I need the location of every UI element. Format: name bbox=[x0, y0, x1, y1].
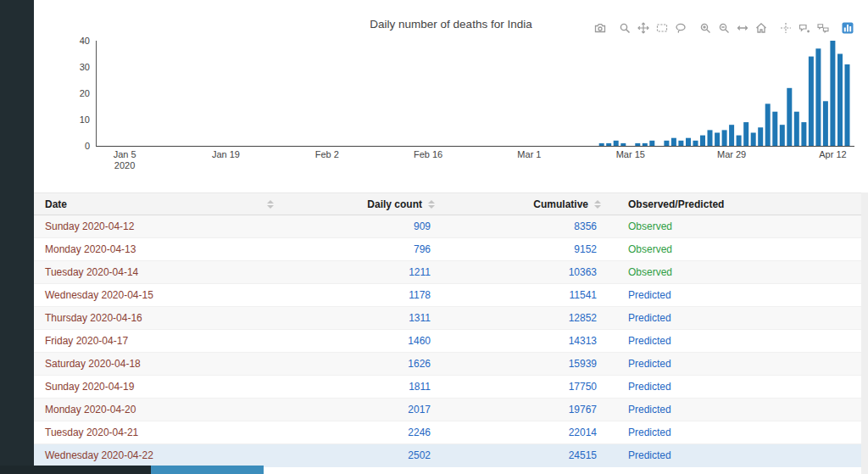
cell-cumulative: 12852 bbox=[441, 307, 607, 330]
header-cumulative-label: Cumulative bbox=[533, 198, 588, 210]
header-daily-count[interactable]: Daily count bbox=[280, 193, 441, 215]
box-select-icon[interactable] bbox=[654, 20, 669, 35]
hover-closest-icon[interactable] bbox=[797, 20, 811, 35]
table-row[interactable]: Friday 2020-04-17146014313Predicted bbox=[34, 330, 861, 353]
cell-daily-count: 2017 bbox=[280, 399, 441, 421]
zoom-out-icon[interactable] bbox=[716, 20, 731, 35]
cell-daily-count: 1460 bbox=[280, 330, 441, 353]
chart-bar bbox=[643, 143, 648, 146]
x-tick-label: Mar 15 bbox=[616, 149, 645, 159]
chart-bar bbox=[765, 103, 771, 146]
cell-daily-count: 2246 bbox=[280, 421, 441, 444]
table-row[interactable]: Monday 2020-04-20201719767Predicted bbox=[34, 399, 861, 421]
cell-cumulative: 22014 bbox=[441, 421, 607, 444]
cell-cumulative: 9152 bbox=[441, 238, 607, 261]
cell-date: Thursday 2020-04-16 bbox=[34, 307, 280, 330]
chart-bar bbox=[715, 133, 720, 147]
table-row[interactable]: Thursday 2020-04-16131112852Predicted bbox=[34, 307, 861, 330]
table-header-row: Date Daily count Cumulative Observed/Pre… bbox=[34, 193, 861, 215]
zoom-in-icon[interactable] bbox=[698, 20, 712, 35]
plotly-modebar bbox=[588, 20, 854, 35]
table-row[interactable]: Tuesday 2020-04-14121110363Observed bbox=[34, 261, 861, 284]
chart-bar bbox=[722, 130, 727, 146]
chart-bar bbox=[837, 54, 843, 147]
y-tick-label: 40 bbox=[80, 36, 90, 46]
chart-bar bbox=[686, 138, 691, 146]
chart-bar bbox=[823, 101, 828, 146]
chart-bar bbox=[809, 57, 814, 146]
cell-cumulative: 10363 bbox=[441, 261, 607, 284]
chart-bar bbox=[815, 48, 821, 146]
cell-date: Saturday 2020-04-18 bbox=[34, 353, 280, 376]
chart-bar bbox=[620, 143, 626, 146]
collapsed-sidebar bbox=[0, 0, 34, 474]
cell-cumulative: 11541 bbox=[441, 284, 607, 307]
cell-cumulative: 19767 bbox=[441, 399, 607, 421]
cell-date: Sunday 2020-04-12 bbox=[34, 215, 280, 238]
cell-date: Wednesday 2020-04-22 bbox=[34, 444, 280, 467]
autoscale-icon[interactable] bbox=[735, 20, 749, 35]
y-tick-label: 0 bbox=[85, 141, 90, 151]
header-observed-predicted-label: Observed/Predicted bbox=[628, 198, 724, 210]
cell-daily-count: 909 bbox=[280, 215, 441, 238]
table-row[interactable]: Wednesday 2020-04-22250224515Predicted bbox=[34, 444, 861, 467]
cell-status: Predicted bbox=[607, 421, 861, 444]
chart-bar bbox=[708, 130, 713, 146]
table-row[interactable]: Sunday 2020-04-19181117750Predicted bbox=[34, 376, 861, 399]
cell-date: Wednesday 2020-04-15 bbox=[34, 284, 280, 307]
chart-bar bbox=[606, 143, 611, 146]
chart-bar bbox=[664, 141, 669, 146]
camera-icon[interactable] bbox=[593, 20, 607, 35]
zoom-icon[interactable] bbox=[617, 20, 632, 35]
cell-status: Predicted bbox=[607, 399, 861, 421]
table-row[interactable]: Sunday 2020-04-129098356Observed bbox=[34, 215, 861, 238]
chart-bar bbox=[693, 141, 698, 146]
cell-date: Friday 2020-04-17 bbox=[34, 330, 280, 353]
plotly-logo-icon[interactable] bbox=[840, 20, 854, 35]
chart-bar bbox=[729, 125, 734, 146]
y-tick-label: 20 bbox=[80, 88, 90, 98]
chart-bar bbox=[801, 122, 806, 146]
cell-cumulative: 14313 bbox=[441, 330, 607, 353]
home-icon[interactable] bbox=[754, 20, 768, 35]
table-row[interactable]: Wednesday 2020-04-15117811541Predicted bbox=[34, 284, 861, 307]
spikelines-icon[interactable] bbox=[778, 20, 793, 35]
cell-status: Predicted bbox=[607, 307, 861, 330]
chart-bar bbox=[737, 136, 742, 146]
table-row[interactable]: Monday 2020-04-137969152Observed bbox=[34, 238, 861, 261]
cell-date: Sunday 2020-04-19 bbox=[34, 376, 280, 399]
cell-status: Predicted bbox=[607, 353, 861, 376]
chart-bar bbox=[758, 127, 763, 146]
header-date[interactable]: Date bbox=[34, 193, 280, 215]
header-observed-predicted[interactable]: Observed/Predicted bbox=[607, 193, 861, 215]
header-cumulative[interactable]: Cumulative bbox=[441, 193, 607, 215]
chart-bar bbox=[635, 143, 640, 146]
cell-daily-count: 1211 bbox=[280, 261, 441, 284]
chart-bar bbox=[794, 112, 799, 146]
cell-cumulative: 8356 bbox=[441, 215, 607, 238]
header-daily-count-label: Daily count bbox=[367, 198, 422, 210]
cell-status: Observed bbox=[607, 261, 861, 284]
cell-daily-count: 1626 bbox=[280, 353, 441, 376]
pan-icon[interactable] bbox=[636, 20, 650, 35]
cell-status: Predicted bbox=[607, 330, 861, 353]
cell-cumulative: 17750 bbox=[441, 376, 607, 399]
sort-icon bbox=[594, 200, 601, 209]
table-row[interactable]: Saturday 2020-04-18162615939Predicted bbox=[34, 353, 861, 376]
lasso-icon[interactable] bbox=[673, 20, 687, 35]
data-table: Date Daily count Cumulative Observed/Pre… bbox=[34, 192, 861, 467]
y-tick-label: 30 bbox=[80, 62, 90, 72]
chart-bar bbox=[700, 136, 705, 146]
table-row[interactable]: Tuesday 2020-04-21224622014Predicted bbox=[34, 421, 861, 444]
chart-bar bbox=[671, 138, 676, 146]
header-date-label: Date bbox=[45, 198, 67, 210]
x-tick-label: Feb 16 bbox=[414, 149, 442, 159]
cell-status: Predicted bbox=[607, 376, 861, 399]
sort-icon bbox=[267, 200, 274, 209]
cell-date: Tuesday 2020-04-21 bbox=[34, 421, 280, 444]
cell-cumulative: 24515 bbox=[441, 444, 607, 467]
x-tick-label: Mar 29 bbox=[717, 149, 746, 159]
hover-compare-icon[interactable] bbox=[815, 20, 830, 35]
scrollbar[interactable] bbox=[861, 192, 868, 474]
partial-blue-element[interactable] bbox=[151, 466, 264, 474]
